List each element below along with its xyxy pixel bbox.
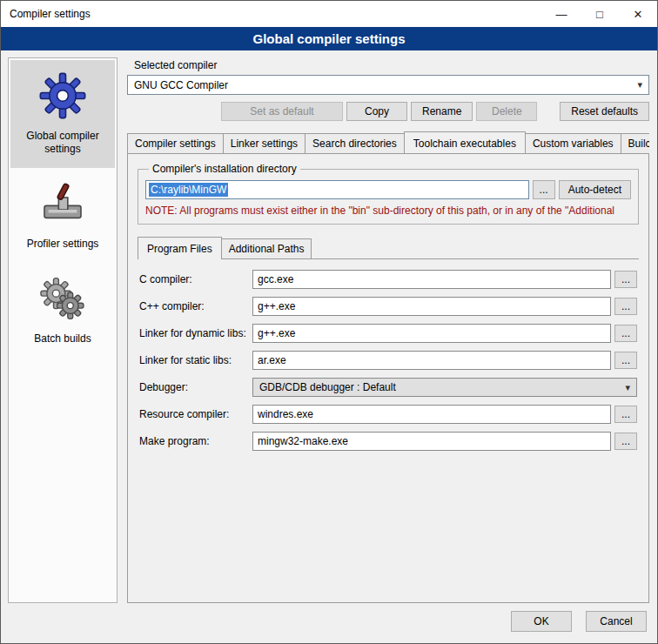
linker-static-input[interactable] (252, 351, 611, 370)
make-program-label: Make program: (139, 435, 252, 447)
dialog-body: Global compiler settings Profiler settin… (1, 50, 657, 607)
cpp-compiler-browse-button[interactable]: ... (614, 298, 637, 315)
compiler-settings-window: Compiler settings — □ ✕ Global compiler … (0, 0, 658, 644)
c-compiler-label: C compiler: (139, 273, 252, 285)
maximize-button[interactable]: □ (581, 1, 619, 27)
titlebar: Compiler settings — □ ✕ (1, 1, 657, 27)
debugger-value: GDB/CDB debugger : Default (259, 381, 396, 393)
linker-dynamic-browse-button[interactable]: ... (614, 325, 637, 342)
resource-compiler-label: Resource compiler: (139, 408, 252, 420)
installation-directory-row: C:\raylib\MinGW ... Auto-detect (145, 180, 631, 199)
rename-button[interactable]: Rename (411, 102, 473, 121)
sidebar: Global compiler settings Profiler settin… (8, 57, 118, 603)
blue-gear-icon (37, 70, 88, 121)
minimize-button[interactable]: — (542, 1, 581, 27)
resource-compiler-browse-button[interactable]: ... (614, 406, 637, 423)
selected-compiler-value: GNU GCC Compiler (134, 79, 228, 91)
reset-defaults-button[interactable]: Reset defaults (560, 102, 649, 121)
field-row-debugger: Debugger: GDB/CDB debugger : Default ▾ (139, 378, 637, 397)
program-files-panel: C compiler: ... C++ compiler: ... Linker… (138, 258, 639, 594)
linker-static-label: Linker for static libs: (139, 354, 252, 366)
compiler-actions: Set as default Copy Rename Delete Reset … (127, 102, 649, 121)
installation-directory-group: Compiler's installation directory C:\ray… (138, 163, 639, 225)
field-row-c-compiler: C compiler: ... (139, 270, 637, 289)
c-compiler-input[interactable] (252, 270, 611, 289)
tab-compiler-settings[interactable]: Compiler settings (127, 133, 224, 153)
selected-compiler-label: Selected compiler (134, 59, 649, 71)
sidebar-item-global-compiler-settings[interactable]: Global compiler settings (10, 60, 115, 168)
cpp-compiler-input[interactable] (252, 297, 611, 316)
sidebar-item-profiler-settings[interactable]: Profiler settings (10, 168, 115, 263)
linker-dynamic-label: Linker for dynamic libs: (139, 327, 252, 339)
auto-detect-button[interactable]: Auto-detect (559, 180, 631, 199)
tab-search-directories[interactable]: Search directories (305, 133, 405, 153)
c-compiler-browse-button[interactable]: ... (614, 271, 637, 288)
delete-button: Delete (476, 102, 537, 121)
install-dir-input[interactable]: C:\raylib\MinGW (145, 180, 529, 199)
chevron-down-icon: ▾ (625, 382, 630, 393)
cpp-compiler-label: C++ compiler: (139, 300, 252, 312)
chevron-down-icon: ▾ (637, 79, 642, 91)
tab-additional-paths[interactable]: Additional Paths (221, 238, 312, 258)
copy-button[interactable]: Copy (346, 102, 407, 121)
field-row-resource-compiler: Resource compiler: ... (139, 405, 637, 424)
install-dir-selected-text: C:\raylib\MinGW (149, 183, 228, 197)
debugger-label: Debugger: (139, 381, 252, 393)
page-title: Global compiler settings (1, 27, 657, 50)
gray-gears-icon (37, 273, 88, 324)
sidebar-item-label: Batch builds (34, 332, 91, 345)
debugger-dropdown[interactable]: GDB/CDB debugger : Default ▾ (252, 378, 637, 397)
resource-compiler-input[interactable] (252, 405, 611, 424)
installation-directory-legend: Compiler's installation directory (149, 163, 300, 175)
field-row-cpp-compiler: C++ compiler: ... (139, 297, 637, 316)
tab-linker-settings[interactable]: Linker settings (223, 133, 306, 153)
window-title: Compiler settings (10, 8, 542, 20)
bin-subdirectory-note: NOTE: All programs must exist either in … (145, 205, 631, 217)
make-program-input[interactable] (252, 432, 611, 451)
tab-program-files[interactable]: Program Files (138, 237, 222, 259)
tab-custom-variables[interactable]: Custom variables (525, 133, 621, 153)
cancel-button[interactable]: Cancel (586, 611, 647, 632)
window-controls: — □ ✕ (542, 1, 657, 27)
program-files-tabbar: Program Files Additional Paths (138, 237, 639, 258)
settings-tabbar: Compiler settings Linker settings Search… (127, 131, 649, 153)
field-row-linker-dynamic: Linker for dynamic libs: ... (139, 324, 637, 343)
toolchain-executables-panel: Compiler's installation directory C:\ray… (127, 153, 649, 603)
main-panel: Selected compiler GNU GCC Compiler ▾ Set… (127, 57, 649, 603)
install-dir-browse-button[interactable]: ... (533, 180, 555, 199)
dialog-footer: OK Cancel (1, 607, 657, 643)
close-button[interactable]: ✕ (619, 1, 657, 27)
sidebar-item-label: Global compiler settings (14, 130, 111, 156)
field-row-make-program: Make program: ... (139, 432, 637, 451)
set-as-default-button: Set as default (221, 102, 343, 121)
profiler-tool-icon (37, 178, 88, 229)
ok-button[interactable]: OK (511, 611, 572, 632)
tab-build-options-truncated[interactable]: Builc (621, 133, 649, 153)
sidebar-item-batch-builds[interactable]: Batch builds (10, 263, 115, 358)
field-row-linker-static: Linker for static libs: ... (139, 351, 637, 370)
make-program-browse-button[interactable]: ... (614, 433, 637, 450)
linker-static-browse-button[interactable]: ... (614, 352, 637, 369)
sidebar-item-label: Profiler settings (27, 238, 99, 251)
tab-toolchain-executables[interactable]: Toolchain executables (404, 131, 526, 153)
linker-dynamic-input[interactable] (252, 324, 611, 343)
selected-compiler-dropdown[interactable]: GNU GCC Compiler ▾ (127, 75, 649, 95)
